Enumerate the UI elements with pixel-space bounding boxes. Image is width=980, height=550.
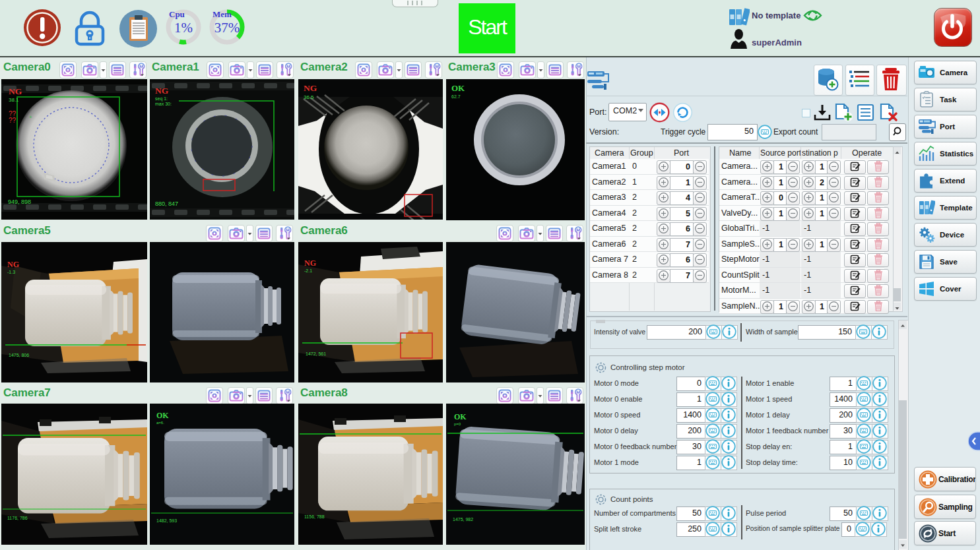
svg-text:seq 1:: seq 1:	[155, 96, 168, 102]
svg-text:a=6.: a=6.	[156, 421, 164, 425]
svg-text:1472, 561: 1472, 561	[306, 351, 326, 356]
svg-text:-2.1: -2.1	[304, 268, 312, 273]
svg-text:max 30:: max 30:	[155, 102, 172, 106]
svg-text:OK: OK	[454, 412, 467, 421]
svg-text:NG: NG	[7, 260, 19, 269]
svg-text:1482, 593: 1482, 593	[156, 518, 177, 523]
svg-text:+: +	[29, 114, 32, 120]
svg-text:1475, 982: 1475, 982	[453, 517, 473, 522]
svg-text:OK: OK	[156, 411, 169, 420]
svg-text:OK: OK	[451, 83, 465, 93]
svg-text:38.1: 38.1	[9, 97, 19, 103]
svg-text:1475, 806: 1475, 806	[9, 353, 29, 357]
svg-text:36.5: 36.5	[304, 94, 314, 100]
svg-text:NG: NG	[155, 86, 169, 96]
svg-text:NG: NG	[304, 83, 317, 93]
svg-text:-1.3: -1.3	[7, 270, 15, 274]
svg-text:p=0: p=0	[454, 422, 461, 426]
svg-text:880, 847: 880, 847	[155, 200, 178, 207]
svg-text:949, 898: 949, 898	[8, 199, 31, 205]
svg-text:62.7: 62.7	[451, 94, 461, 99]
svg-text:NG: NG	[9, 86, 22, 96]
svg-text:??: ??	[9, 117, 16, 124]
svg-text:1156, 788: 1156, 788	[304, 514, 325, 519]
svg-text:NG: NG	[304, 259, 316, 268]
svg-text:1176, 786: 1176, 786	[7, 516, 28, 520]
